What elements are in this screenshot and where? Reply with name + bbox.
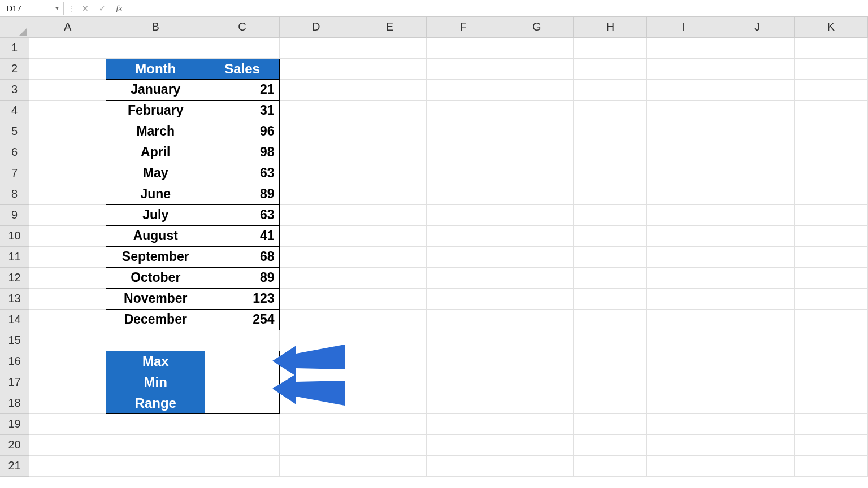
cell-C1[interactable] [205, 37, 279, 58]
select-all-corner[interactable] [0, 17, 29, 37]
cell-E12[interactable] [353, 267, 426, 288]
cell-D17[interactable] [279, 372, 353, 393]
cell-B12[interactable]: October [106, 267, 205, 288]
row-header-9[interactable]: 9 [0, 204, 29, 225]
cell-E16[interactable] [353, 351, 426, 372]
column-header-F[interactable]: F [426, 17, 500, 37]
cell-J11[interactable] [721, 246, 794, 267]
cell-J2[interactable] [721, 58, 794, 79]
row-header-10[interactable]: 10 [0, 225, 29, 246]
cell-H19[interactable] [574, 413, 647, 434]
cell-D10[interactable] [279, 225, 353, 246]
cell-I18[interactable] [647, 393, 721, 413]
cell-C17[interactable] [205, 372, 279, 393]
cell-D9[interactable] [279, 204, 353, 225]
cell-E21[interactable] [353, 455, 426, 476]
cell-K3[interactable] [794, 79, 867, 100]
cell-H15[interactable] [574, 330, 647, 351]
cell-H12[interactable] [574, 267, 647, 288]
cell-A19[interactable] [29, 413, 106, 434]
cell-D2[interactable] [279, 58, 353, 79]
cell-H13[interactable] [574, 288, 647, 309]
column-header-G[interactable]: G [500, 17, 574, 37]
cell-K14[interactable] [794, 309, 867, 330]
cell-G21[interactable] [500, 455, 574, 476]
cell-I5[interactable] [647, 121, 721, 142]
cell-J19[interactable] [721, 413, 794, 434]
column-header-D[interactable]: D [279, 17, 353, 37]
cell-H14[interactable] [574, 309, 647, 330]
cell-G8[interactable] [500, 184, 574, 204]
cell-C10[interactable]: 41 [205, 225, 279, 246]
cell-A21[interactable] [29, 455, 106, 476]
cell-F3[interactable] [426, 79, 500, 100]
cell-A13[interactable] [29, 288, 106, 309]
cell-C3[interactable]: 21 [205, 79, 279, 100]
row-header-16[interactable]: 16 [0, 351, 29, 372]
cell-I2[interactable] [647, 58, 721, 79]
cell-H5[interactable] [574, 121, 647, 142]
cell-K20[interactable] [794, 434, 867, 455]
cell-E11[interactable] [353, 246, 426, 267]
cell-F18[interactable] [426, 393, 500, 413]
cell-K13[interactable] [794, 288, 867, 309]
cell-K17[interactable] [794, 372, 867, 393]
cell-K1[interactable] [794, 37, 867, 58]
cell-B4[interactable]: February [106, 100, 205, 121]
column-header-E[interactable]: E [353, 17, 426, 37]
column-header-H[interactable]: H [574, 17, 647, 37]
cell-A8[interactable] [29, 184, 106, 204]
row-header-14[interactable]: 14 [0, 309, 29, 330]
cell-B18[interactable]: Range [106, 393, 205, 413]
cell-D11[interactable] [279, 246, 353, 267]
cell-F15[interactable] [426, 330, 500, 351]
column-header-I[interactable]: I [647, 17, 721, 37]
cell-E6[interactable] [353, 142, 426, 163]
cell-B9[interactable]: July [106, 204, 205, 225]
cell-A9[interactable] [29, 204, 106, 225]
cell-A2[interactable] [29, 58, 106, 79]
cell-C13[interactable]: 123 [205, 288, 279, 309]
cell-F2[interactable] [426, 58, 500, 79]
cell-B1[interactable] [106, 37, 205, 58]
cell-D3[interactable] [279, 79, 353, 100]
row-header-3[interactable]: 3 [0, 79, 29, 100]
cell-I4[interactable] [647, 100, 721, 121]
cell-E14[interactable] [353, 309, 426, 330]
cell-J1[interactable] [721, 37, 794, 58]
cell-I16[interactable] [647, 351, 721, 372]
cell-J5[interactable] [721, 121, 794, 142]
cell-F10[interactable] [426, 225, 500, 246]
cell-J16[interactable] [721, 351, 794, 372]
cancel-formula-button[interactable]: ✕ [79, 2, 92, 15]
cell-B20[interactable] [106, 434, 205, 455]
cell-B15[interactable] [106, 330, 205, 351]
cell-G14[interactable] [500, 309, 574, 330]
cell-H8[interactable] [574, 184, 647, 204]
cell-H17[interactable] [574, 372, 647, 393]
spreadsheet-grid[interactable]: ABCDEFGHIJK12MonthSales3January214Februa… [0, 17, 868, 488]
cell-I6[interactable] [647, 142, 721, 163]
cell-C19[interactable] [205, 413, 279, 434]
cell-I21[interactable] [647, 455, 721, 476]
cell-F20[interactable] [426, 434, 500, 455]
row-header-13[interactable]: 13 [0, 288, 29, 309]
cell-I3[interactable] [647, 79, 721, 100]
cell-K12[interactable] [794, 267, 867, 288]
cell-A20[interactable] [29, 434, 106, 455]
cell-G20[interactable] [500, 434, 574, 455]
cell-E7[interactable] [353, 163, 426, 184]
row-header-21[interactable]: 21 [0, 455, 29, 476]
cell-A14[interactable] [29, 309, 106, 330]
cell-D15[interactable] [279, 330, 353, 351]
cell-J14[interactable] [721, 309, 794, 330]
cell-D5[interactable] [279, 121, 353, 142]
chevron-down-icon[interactable]: ▼ [54, 5, 60, 11]
cell-D6[interactable] [279, 142, 353, 163]
row-header-2[interactable]: 2 [0, 58, 29, 79]
cell-K16[interactable] [794, 351, 867, 372]
cell-J17[interactable] [721, 372, 794, 393]
cell-E3[interactable] [353, 79, 426, 100]
cell-J8[interactable] [721, 184, 794, 204]
cell-D4[interactable] [279, 100, 353, 121]
